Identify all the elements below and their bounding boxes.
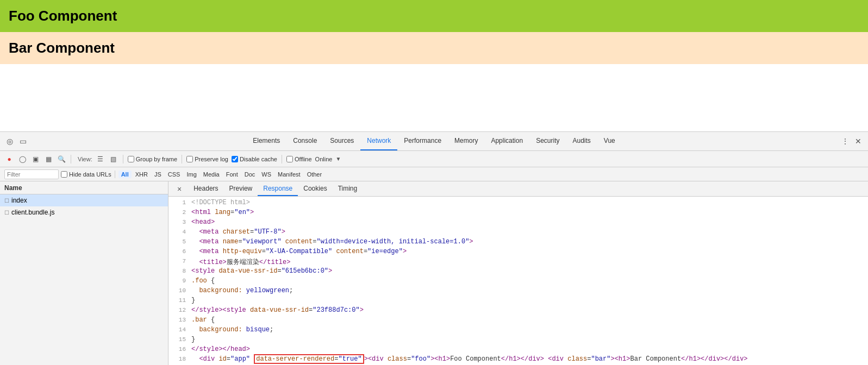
foo-component: Foo Component xyxy=(0,0,868,32)
page-content: Foo Component Bar Component xyxy=(0,0,868,64)
bar-component: Bar Component xyxy=(0,32,868,64)
